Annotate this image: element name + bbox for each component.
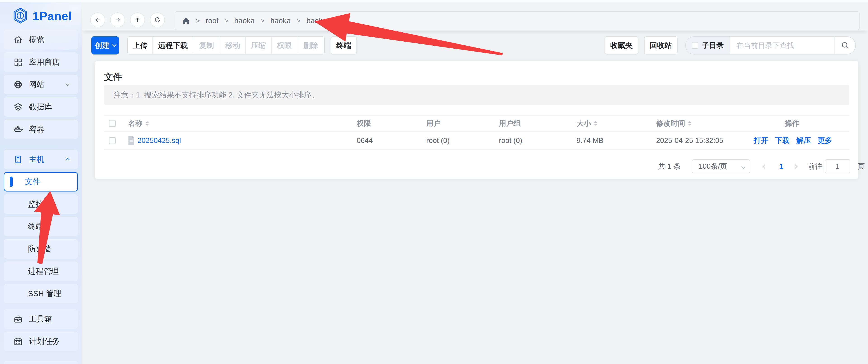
home-icon — [13, 35, 23, 45]
file-permission: 0644 — [356, 132, 373, 150]
pagination-total: 共 1 条 — [658, 159, 681, 173]
sidebar-item-host[interactable]: 主机 — [4, 150, 78, 169]
breadcrumb: > root > haoka > haoka > backup — [175, 11, 860, 30]
breadcrumb-separator: > — [297, 17, 301, 25]
open-action[interactable]: 打开 — [754, 136, 768, 145]
breadcrumb-item-root[interactable]: root — [206, 16, 219, 25]
chevron-down-icon — [741, 165, 745, 169]
more-action[interactable]: 更多 — [817, 136, 832, 145]
delete-button[interactable]: 删除 — [298, 37, 324, 54]
breadcrumb-item-backup[interactable]: backup — [306, 16, 331, 25]
file-size: 9.74 MB — [577, 132, 603, 150]
sidebar-item-label: 监控 — [28, 199, 43, 209]
page-size-select[interactable]: 100条/页 — [692, 159, 750, 173]
goto-page-input[interactable] — [825, 159, 850, 173]
home-icon[interactable] — [182, 17, 190, 25]
favorites-button[interactable]: 收藏夹 — [604, 36, 639, 55]
column-header-size[interactable]: 大小 — [577, 115, 597, 131]
select-all-checkbox[interactable] — [109, 115, 116, 131]
sidebar-item-label: 防火墙 — [28, 244, 51, 254]
sidebar-item-container[interactable]: 容器 — [4, 120, 78, 139]
search-icon — [841, 41, 850, 50]
sidebar-item-firewall[interactable]: 防火墙 — [4, 239, 78, 259]
sidebar-item-website[interactable]: 网站 — [4, 75, 78, 94]
subdir-label: 子目录 — [702, 40, 724, 51]
files-panel: 文件 注意：1. 搜索结果不支持排序功能 2. 文件夹无法按大小排序。 名称 权… — [95, 61, 858, 179]
extract-action[interactable]: 解压 — [796, 136, 811, 145]
annotation-overlay — [0, 0, 868, 364]
sidebar-item-toolbox[interactable]: 工具箱 — [4, 309, 78, 329]
notice-banner: 注意：1. 搜索结果不支持排序功能 2. 文件夹无法按大小排序。 — [104, 85, 849, 105]
sort-icon[interactable] — [688, 120, 691, 127]
row-actions: 打开 下载 解压 更多 — [754, 132, 832, 150]
sort-icon[interactable] — [594, 120, 597, 127]
brand-logo[interactable]: 1Panel — [0, 2, 82, 30]
sidebar-item-label: 文件 — [25, 176, 40, 187]
breadcrumb-item-haoka[interactable]: haoka — [234, 16, 255, 25]
menu-group-gap — [4, 142, 78, 150]
sidebar-item-database[interactable]: 数据库 — [4, 97, 78, 117]
search-button[interactable] — [835, 37, 855, 54]
file-name-link[interactable]: 20250425.sql — [137, 132, 181, 150]
server-icon — [13, 155, 23, 164]
brand-name: 1Panel — [33, 9, 72, 23]
column-header-actions: 操作 — [785, 115, 799, 131]
calendar-icon — [13, 336, 23, 346]
sidebar-item-monitoring[interactable]: 监控 — [4, 194, 78, 214]
terminal-button[interactable]: 终端 — [331, 36, 357, 55]
next-page-button[interactable] — [794, 159, 797, 173]
notice-text: 注意：1. 搜索结果不支持排序功能 2. 文件夹无法按大小排序。 — [114, 90, 319, 100]
column-header-modified[interactable]: 修改时间 — [656, 115, 691, 131]
column-header-user: 用户 — [426, 115, 441, 131]
sidebar-item-cron[interactable]: 计划任务 — [4, 332, 78, 351]
remote-download-button[interactable]: 远程下载 — [153, 37, 193, 54]
nav-up-button[interactable] — [130, 12, 145, 27]
sidebar-item-label: 数据库 — [29, 102, 52, 112]
chevron-up-icon — [64, 156, 71, 163]
row-checkbox[interactable] — [109, 132, 116, 150]
compress-button[interactable]: 压缩 — [246, 37, 272, 54]
sidebar-item-files[interactable]: 文件 — [4, 172, 78, 192]
breadcrumb-separator: > — [196, 17, 200, 25]
column-header-name[interactable]: 名称 — [128, 115, 149, 131]
subdir-checkbox[interactable] — [691, 42, 699, 49]
sidebar-item-label: 进程管理 — [28, 266, 59, 276]
table-header: 名称 权限 用户 用户组 大小 修改时间 操作 — [104, 115, 849, 132]
page-title: 文件 — [104, 71, 122, 83]
sidebar-item-appstore[interactable]: 应用商店 — [4, 53, 78, 72]
file-actions-group: 上传 远程下载 复制 移动 压缩 权限 删除 — [127, 36, 325, 55]
sort-icon[interactable] — [146, 120, 149, 127]
subdir-toggle[interactable]: 子目录 — [686, 37, 730, 54]
upload-button[interactable]: 上传 — [128, 37, 153, 54]
column-header-permission: 权限 — [356, 115, 371, 131]
active-item-marker — [10, 176, 13, 187]
download-action[interactable]: 下载 — [775, 136, 789, 145]
create-button[interactable]: 创建 — [91, 36, 119, 55]
1panel-logo-icon — [13, 7, 28, 25]
current-page[interactable]: 1 — [779, 159, 783, 173]
permission-button[interactable]: 权限 — [272, 37, 298, 54]
pagination: 共 1 条 100条/页 1 前往 页 — [104, 159, 849, 173]
sidebar-item-label: 主机 — [29, 154, 44, 165]
sidebar-item-label: 概览 — [29, 35, 44, 45]
move-button[interactable]: 移动 — [220, 37, 246, 54]
table-row[interactable]: 20250425.sql 0644 root (0) root (0) 9.74… — [104, 132, 849, 150]
nav-back-button[interactable] — [90, 12, 105, 27]
sidebar-item-ssh[interactable]: SSH 管理 — [4, 284, 78, 303]
prev-page-button[interactable] — [763, 159, 767, 173]
nav-forward-button[interactable] — [110, 12, 125, 27]
nav-refresh-button[interactable] — [150, 12, 165, 27]
search-input[interactable] — [730, 37, 835, 54]
column-header-group: 用户组 — [499, 115, 521, 131]
sidebar-item-process[interactable]: 进程管理 — [4, 262, 78, 281]
sidebar-item-label: 计划任务 — [29, 336, 60, 346]
sidebar-item-cutoff[interactable] — [4, 361, 78, 364]
goto-label: 前往 — [808, 159, 822, 173]
copy-button[interactable]: 复制 — [193, 37, 220, 54]
sidebar-item-overview[interactable]: 概览 — [4, 30, 78, 49]
sidebar-item-label: 工具箱 — [29, 314, 52, 324]
breadcrumb-item-haoka2[interactable]: haoka — [270, 16, 290, 25]
sidebar-item-terminal[interactable]: 终端 — [4, 217, 78, 236]
recycle-bin-button[interactable]: 回收站 — [644, 36, 678, 55]
database-icon — [13, 102, 23, 112]
